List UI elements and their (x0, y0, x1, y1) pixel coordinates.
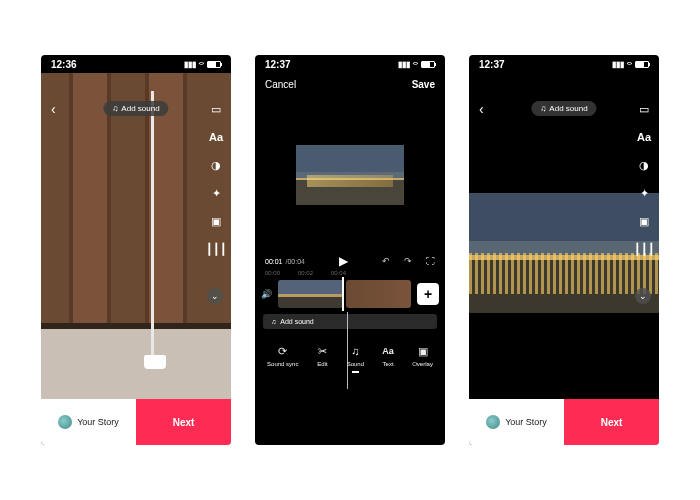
screen-editor: 12:37 ▮▮▮ ⌔ Cancel Save 00:01 /00:04 ▶ ↶… (255, 55, 445, 445)
back-button[interactable]: ‹ (51, 101, 56, 117)
crop-icon[interactable]: ▣ (207, 213, 225, 229)
screen-upload-2: 12:37 ▮▮▮ ⌔ ‹ ♫ Add sound ▭ Aa ◑ ✦ ▣ ┃┃┃… (469, 55, 659, 445)
wifi-icon: ⌔ (627, 60, 632, 69)
preview-frame (296, 145, 404, 205)
playhead[interactable] (342, 277, 344, 311)
tool-edit[interactable]: ✂Edit (315, 343, 331, 367)
clip-1[interactable] (278, 280, 344, 308)
text-icon[interactable]: Aa (635, 129, 653, 145)
video-preview[interactable] (296, 100, 404, 250)
clock: 12:37 (265, 59, 291, 70)
collapse-button[interactable]: ⌄ (635, 288, 651, 304)
flip-icon[interactable]: ▭ (635, 101, 653, 117)
sync-icon: ⟳ (275, 343, 291, 359)
your-story-button[interactable]: Your Story (469, 399, 564, 445)
crop-icon[interactable]: ▣ (635, 213, 653, 229)
cancel-button[interactable]: Cancel (265, 79, 296, 90)
media-preview: ‹ ♫ Add sound ▭ Aa ◑ ✦ ▣ ┃┃┃ ⌄ (469, 73, 659, 399)
clock: 12:37 (479, 59, 505, 70)
media-preview: ‹ ♫ Add sound ▭ Aa ◑ ✦ ▣ ┃┃┃ ⌄ (41, 73, 231, 399)
time-position: 00:01 (265, 258, 283, 265)
clip-track[interactable] (278, 280, 411, 308)
fullscreen-button[interactable]: ⛶ (426, 256, 435, 266)
scissors-icon: ✂ (315, 343, 331, 359)
right-toolbar: ▭ Aa ◑ ✦ ▣ ┃┃┃ (635, 101, 653, 257)
wifi-icon: ⌔ (413, 60, 418, 69)
status-bar: 12:37 ▮▮▮ ⌔ (255, 55, 445, 73)
volume-icon[interactable]: 🔊 (261, 289, 272, 299)
avatar (486, 415, 500, 429)
tool-text[interactable]: AaText (380, 343, 396, 367)
music-icon: ♫ (112, 104, 118, 113)
editor-toolbar: ⟳Sound sync ✂Edit ♫Sound AaText ▣Overlay (255, 335, 445, 377)
status-icons: ▮▮▮ ⌔ (612, 60, 649, 69)
add-sound-button[interactable]: ♫ Add sound (531, 101, 596, 116)
tool-sound[interactable]: ♫Sound (347, 343, 364, 367)
add-clip-button[interactable]: + (417, 283, 439, 305)
play-button[interactable]: ▶ (339, 254, 348, 268)
status-icons: ▮▮▮ ⌔ (184, 60, 221, 69)
avatar (58, 415, 72, 429)
battery-icon (207, 61, 221, 68)
tool-overlay[interactable]: ▣Overlay (412, 343, 433, 367)
signal-icon: ▮▮▮ (398, 60, 410, 69)
status-icons: ▮▮▮ ⌔ (398, 60, 435, 69)
time-ticks: 00:00 00:02 00:04 (255, 268, 445, 280)
undo-button[interactable]: ↶ (382, 256, 390, 266)
next-button[interactable]: Next (136, 399, 231, 445)
music-icon: ♫ (540, 104, 546, 113)
timer-icon[interactable]: ◑ (635, 157, 653, 173)
time-duration: /00:04 (286, 258, 305, 265)
battery-icon (635, 61, 649, 68)
effects-icon[interactable]: ✦ (635, 185, 653, 201)
text-icon[interactable]: Aa (207, 129, 225, 145)
next-button[interactable]: Next (564, 399, 659, 445)
signal-icon: ▮▮▮ (612, 60, 624, 69)
collapse-button[interactable]: ⌄ (207, 288, 223, 304)
save-button[interactable]: Save (412, 79, 435, 90)
music-icon: ♫ (271, 318, 276, 325)
battery-icon (421, 61, 435, 68)
bottom-bar: Your Story Next (469, 399, 659, 445)
flip-icon[interactable]: ▭ (207, 101, 225, 117)
clock: 12:36 (51, 59, 77, 70)
photo-city (469, 193, 659, 313)
screen-upload-1: 12:36 ▮▮▮ ⌔ ‹ ♫ Add sound ▭ Aa ◑ ✦ ▣ ┃┃┃… (41, 55, 231, 445)
music-icon: ♫ (347, 343, 363, 359)
your-story-button[interactable]: Your Story (41, 399, 136, 445)
tool-sound-sync[interactable]: ⟳Sound sync (267, 343, 298, 367)
back-button[interactable]: ‹ (479, 101, 484, 117)
clip-2[interactable] (346, 280, 412, 308)
signal-icon: ▮▮▮ (184, 60, 196, 69)
adjust-icon[interactable]: ┃┃┃ (635, 241, 653, 257)
adjust-icon[interactable]: ┃┃┃ (207, 241, 225, 257)
timeline[interactable]: 🔊 + (255, 280, 445, 308)
status-bar: 12:36 ▮▮▮ ⌔ (41, 55, 231, 73)
sound-track[interactable]: ♫ Add sound (263, 314, 437, 329)
overlay-icon: ▣ (415, 343, 431, 359)
wifi-icon: ⌔ (199, 60, 204, 69)
timer-icon[interactable]: ◑ (207, 157, 225, 173)
redo-button[interactable]: ↷ (404, 256, 412, 266)
add-sound-button[interactable]: ♫ Add sound (103, 101, 168, 116)
effects-icon[interactable]: ✦ (207, 185, 225, 201)
bottom-bar: Your Story Next (41, 399, 231, 445)
playback-row: 00:01 /00:04 ▶ ↶ ↷ ⛶ (255, 250, 445, 268)
status-bar: 12:37 ▮▮▮ ⌔ (469, 55, 659, 73)
right-toolbar: ▭ Aa ◑ ✦ ▣ ┃┃┃ (207, 101, 225, 257)
text-icon: Aa (380, 343, 396, 359)
editor-header: Cancel Save (255, 73, 445, 96)
